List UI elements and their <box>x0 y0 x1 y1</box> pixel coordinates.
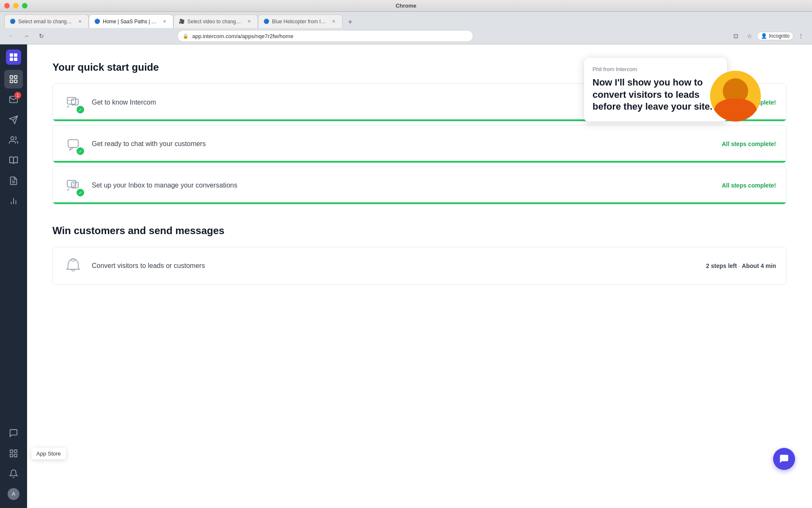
svg-rect-5 <box>14 76 17 78</box>
back-button[interactable]: ← <box>5 30 17 42</box>
svg-point-23 <box>71 100 72 101</box>
tab-close-4[interactable]: ✕ <box>330 18 337 25</box>
card-label-3: Set up your Inbox to manage your convers… <box>92 182 713 189</box>
svg-rect-4 <box>10 76 13 78</box>
check-badge-1: ✓ <box>77 106 84 113</box>
win-card-convert-visitors[interactable]: Convert visitors to leads or customers 2… <box>52 247 787 285</box>
browser-chrome: 🔵 Select email to change | Djang ✕ 🔵 Hom… <box>0 12 812 44</box>
sidebar-item-chat-support[interactable] <box>4 424 23 442</box>
sidebar-item-home[interactable] <box>4 70 23 88</box>
reload-button[interactable]: ↻ <box>36 30 47 42</box>
svg-rect-17 <box>14 450 17 453</box>
minimize-button[interactable] <box>13 3 19 8</box>
sidebar-item-app-store[interactable]: App Store <box>4 444 23 463</box>
forward-button[interactable]: → <box>20 30 32 42</box>
browser-tab-3[interactable]: 🎥 Select video to change | Djang ✕ <box>173 14 258 28</box>
check-badge-3: ✓ <box>77 189 84 196</box>
browser-tab-1[interactable]: 🔵 Select email to change | Djang ✕ <box>4 14 89 28</box>
tab-title-3: Select video to change | Djang <box>187 19 241 25</box>
svg-point-10 <box>11 137 14 140</box>
address-bar: ← → ↻ 🔒 app.intercom.com/a/apps/nqe7r2fw… <box>0 28 812 44</box>
inbox-badge: 1 <box>14 92 21 99</box>
maximize-button[interactable] <box>22 3 27 8</box>
sidebar-item-outbound[interactable] <box>4 110 23 129</box>
tab-close-3[interactable]: ✕ <box>246 18 252 25</box>
close-button[interactable] <box>4 3 10 8</box>
window-title: Chrome <box>395 3 416 9</box>
sidebar-item-inbox[interactable]: 1 <box>4 90 23 109</box>
tab-favicon-4: 🔵 <box>263 19 269 24</box>
phil-popup: Phil from Intercom Now I'll show you how… <box>584 57 727 122</box>
guide-card-chat-customers[interactable]: ✓ Get ready to chat with your customers … <box>52 125 787 163</box>
sidebar-item-knowledge[interactable] <box>4 151 23 170</box>
win-customers-title: Win customers and send messages <box>52 225 787 237</box>
lock-icon: 🔒 <box>183 33 189 39</box>
svg-rect-6 <box>10 80 13 83</box>
tab-title-2: Home | SaaS Paths | Intercom <box>103 19 157 25</box>
svg-rect-0 <box>10 53 13 57</box>
sidebar-item-reports[interactable] <box>4 171 23 190</box>
card-label-2: Get ready to chat with your customers <box>92 140 713 148</box>
sidebar-bottom: App Store A <box>4 424 23 503</box>
tab-close-1[interactable]: ✕ <box>77 18 83 25</box>
tab-favicon-2: 🔵 <box>94 19 100 24</box>
tab-title-4: Blue Helicopter from Islington... <box>272 19 326 25</box>
browser-tab-4[interactable]: 🔵 Blue Helicopter from Islington... ✕ <box>258 14 343 28</box>
chat-fab-button[interactable] <box>773 448 795 470</box>
card-complete-2: All steps complete! <box>722 141 776 147</box>
card-icon-chat-customers: ✓ <box>63 134 83 154</box>
main-layout: 1 <box>0 44 812 508</box>
cast-icon[interactable]: ⊡ <box>730 30 742 42</box>
sidebar-item-analytics[interactable] <box>4 192 23 210</box>
tab-favicon-3: 🎥 <box>179 19 185 24</box>
tab-title-1: Select email to change | Djang <box>18 19 72 25</box>
toolbar-icons: ⊡ ☆ 👤 Incognito ⋮ <box>730 30 807 42</box>
browser-tab-2[interactable]: 🔵 Home | SaaS Paths | Intercom ✕ <box>89 14 173 28</box>
phil-from: Phil from Intercom <box>593 66 719 72</box>
tab-close-2[interactable]: ✕ <box>161 18 168 25</box>
card-icon-setup-inbox: ✓ <box>63 175 83 196</box>
svg-rect-3 <box>14 58 17 61</box>
profile-icon: 👤 <box>761 33 767 39</box>
svg-point-24 <box>73 100 74 101</box>
sidebar-item-account[interactable]: A <box>4 485 23 503</box>
svg-rect-19 <box>14 454 17 457</box>
svg-rect-7 <box>14 80 17 83</box>
tab-favicon-1: 🔵 <box>10 19 16 24</box>
check-badge-2: ✓ <box>77 147 84 155</box>
win-card-meta-1: 2 steps left · About 4 min <box>706 262 776 269</box>
win-card-icon-convert <box>63 256 83 276</box>
new-tab-button[interactable]: + <box>344 16 356 28</box>
url-bar[interactable]: 🔒 app.intercom.com/a/apps/nqe7r2fw/home <box>177 30 473 42</box>
guide-card-setup-inbox[interactable]: ✓ Set up your Inbox to manage your conve… <box>52 166 787 204</box>
menu-icon[interactable]: ⋮ <box>795 30 807 42</box>
url-text: app.intercom.com/a/apps/nqe7r2fw/home <box>192 33 293 39</box>
svg-point-22 <box>69 100 70 101</box>
svg-rect-18 <box>10 454 13 457</box>
app-store-tooltip: App Store <box>31 448 66 459</box>
win-card-label-1: Convert visitors to leads or customers <box>92 262 697 270</box>
sidebar-logo <box>6 50 21 65</box>
tab-bar: 🔵 Select email to change | Djang ✕ 🔵 Hom… <box>0 12 812 28</box>
sidebar: 1 <box>0 44 27 508</box>
profile-label: Incognito <box>769 33 790 39</box>
profile-chip[interactable]: 👤 Incognito <box>757 32 793 40</box>
mac-titlebar: Chrome <box>0 0 812 12</box>
bookmark-icon[interactable]: ☆ <box>743 30 755 42</box>
svg-rect-16 <box>10 450 13 453</box>
sidebar-item-contacts[interactable] <box>4 131 23 149</box>
card-icon-know-intercom: ✓ <box>63 92 83 113</box>
svg-rect-2 <box>10 58 13 61</box>
content-area: Phil from Intercom Now I'll show you how… <box>27 44 812 508</box>
svg-rect-25 <box>68 140 78 147</box>
svg-rect-1 <box>14 53 17 57</box>
phil-message: Now I'll show you how to convert visitor… <box>593 77 719 113</box>
card-complete-3: All steps complete! <box>722 182 776 189</box>
sidebar-item-notifications[interactable] <box>4 464 23 483</box>
